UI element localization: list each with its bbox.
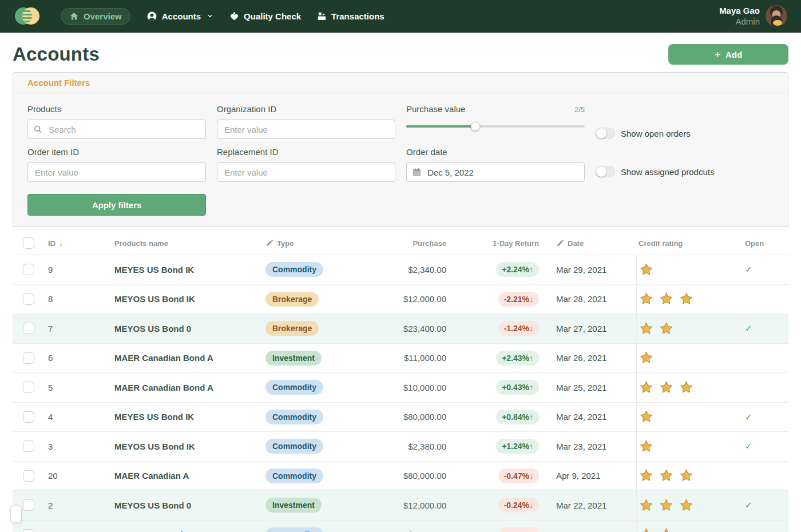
row-type-badge[interactable]: Investment: [265, 498, 322, 513]
star-icon: [639, 380, 653, 395]
row-credit-rating: [636, 403, 736, 432]
row-return-badge: +2.43%↑: [496, 351, 539, 366]
row-checkbox[interactable]: [23, 323, 34, 334]
row-type-badge[interactable]: Investment: [265, 351, 322, 366]
row-return-badge: -0.21%↓: [498, 527, 539, 532]
organization-id-input[interactable]: [217, 120, 395, 139]
table-row[interactable]: 7 MEYOS US Bond 0 Brokerage $23,400.00 -…: [13, 313, 788, 343]
filters-panel-title: Account Filters: [27, 78, 90, 88]
star-icon: [679, 292, 693, 306]
row-date[interactable]: Mar 27, 2021: [553, 324, 636, 334]
account-filters-panel: Account Filters Products Org: [13, 72, 788, 227]
row-date[interactable]: Mar 25, 2021: [553, 383, 636, 392]
row-date[interactable]: Mar 23, 2021: [553, 442, 636, 451]
home-icon: [69, 11, 79, 21]
table-row[interactable]: 5 MAER Canadian Bond A Commodity $10,000…: [13, 372, 788, 402]
row-product-name: MAER Canadian Bond A: [114, 383, 265, 392]
row-purchase: $80,000.00: [374, 471, 460, 481]
row-credit-rating: [636, 314, 736, 343]
row-purchase: $10,000.00: [374, 383, 460, 392]
row-type-badge[interactable]: Commodity: [265, 527, 323, 532]
row-checkbox[interactable]: [23, 352, 34, 364]
table-row[interactable]: 9 MEYES US Bond IK Commodity $2,340.00 +…: [13, 255, 788, 284]
row-purchase: $2,380.00: [374, 442, 460, 451]
order-date-label: Order date: [406, 147, 585, 157]
column-header-credit-rating[interactable]: Credit rating: [639, 239, 683, 248]
table-row[interactable]: 6 MAER Canadian Bond A Investment $11,00…: [13, 343, 788, 373]
show-assigned-products-toggle[interactable]: [596, 166, 615, 177]
row-product-name: MEYOS US Bond 0: [114, 501, 265, 510]
row-date[interactable]: Mar 24, 2021: [553, 412, 636, 422]
row-date[interactable]: Mar 26, 2021: [553, 353, 636, 363]
add-button[interactable]: + Add: [668, 44, 788, 65]
purchase-value-label: Purchase value: [406, 104, 465, 114]
table-header-row: ID↓ Products name Type Purchase 1-Day Re…: [13, 232, 788, 255]
row-checkbox[interactable]: [23, 470, 34, 482]
show-open-orders-toggle[interactable]: [596, 128, 615, 139]
purchase-value-slider[interactable]: [406, 122, 585, 131]
select-all-checkbox[interactable]: [23, 237, 34, 249]
row-id: 9: [48, 265, 114, 275]
row-product-name: MEYES US Bond IK: [114, 530, 265, 532]
column-header-products-name[interactable]: Products name: [114, 239, 168, 248]
row-checkbox[interactable]: [23, 293, 34, 305]
row-type-badge[interactable]: Commodity: [265, 439, 323, 454]
row-type-badge[interactable]: Commodity: [265, 410, 323, 424]
row-type-badge[interactable]: Commodity: [265, 262, 323, 277]
row-type-badge[interactable]: Commodity: [265, 469, 323, 483]
row-return-badge: -1.24%↓: [498, 321, 539, 336]
row-checkbox[interactable]: [23, 529, 34, 532]
apply-filters-button[interactable]: Apply filters: [27, 194, 206, 216]
row-credit-rating: [636, 521, 736, 532]
order-date-input[interactable]: [406, 162, 585, 182]
row-return-badge: +2.24%↑: [496, 262, 539, 277]
table-row[interactable]: 2 MEYOS US Bond 0 Investment $12,000.00 …: [13, 490, 788, 520]
row-date[interactable]: Mar 22, 2021: [553, 501, 636, 510]
nav-item-accounts[interactable]: Accounts: [146, 11, 213, 22]
column-header-1-day-return[interactable]: 1-Day Return: [493, 239, 539, 248]
avatar[interactable]: [766, 5, 787, 27]
row-date[interactable]: Mar 28, 2021: [553, 294, 636, 304]
row-date[interactable]: Apr 9, 2021: [553, 471, 636, 481]
register-icon: [317, 11, 327, 21]
row-open-check: ✓: [736, 412, 788, 422]
row-credit-rating: [636, 285, 736, 314]
user-name: Maya Gao: [719, 5, 760, 17]
column-header-purchase[interactable]: Purchase: [413, 239, 446, 248]
row-checkbox[interactable]: [23, 382, 34, 393]
row-checkbox[interactable]: [23, 264, 34, 275]
nav-item-overview[interactable]: Overview: [61, 8, 130, 25]
table-row[interactable]: 20 MAER Canadian A Commodity $80,000.00 …: [13, 461, 788, 491]
row-return-badge: -2.21%↓: [498, 292, 539, 307]
row-type-badge[interactable]: Brokerage: [265, 321, 319, 336]
row-checkbox[interactable]: [23, 499, 34, 511]
row-type-badge[interactable]: Commodity: [265, 380, 323, 395]
slider-thumb[interactable]: [471, 122, 480, 131]
row-date[interactable]: Mar 29, 2021: [553, 265, 636, 275]
table-row[interactable]: 8 MEYOS US Bond IK Brokerage $12,000.00 …: [13, 284, 788, 314]
table-row[interactable]: 3 MEYOS US Bond IK Commodity $2,380.00 +…: [13, 431, 788, 461]
order-item-id-input[interactable]: [27, 162, 206, 182]
nav-item-quality-check[interactable]: Quality Check: [229, 11, 301, 21]
table-row[interactable]: 10 MEYES US Bond IK Commodity $2,340.00 …: [13, 520, 788, 532]
column-header-date[interactable]: Date: [556, 239, 584, 248]
products-search-input[interactable]: [27, 120, 206, 139]
row-id: 10: [48, 530, 114, 532]
table-row[interactable]: 4 MEYES US Bond IK Commodity $80,000.00 …: [13, 402, 788, 432]
person-icon: [146, 11, 157, 22]
row-type-badge[interactable]: Brokerage: [265, 292, 319, 307]
column-header-open[interactable]: Open: [745, 239, 764, 248]
replacement-id-input[interactable]: [217, 162, 395, 182]
replacement-id-label: Replacement ID: [217, 147, 395, 157]
column-header-id[interactable]: ID↓: [48, 239, 63, 248]
row-credit-rating: [636, 491, 736, 520]
row-checkbox[interactable]: [23, 440, 34, 452]
star-icon: [639, 439, 653, 454]
brand-logo-icon[interactable]: [14, 5, 40, 27]
row-date[interactable]: Mar 21, 2021: [553, 530, 636, 532]
floating-handle[interactable]: [10, 506, 22, 523]
row-checkbox[interactable]: [23, 411, 34, 423]
column-header-type[interactable]: Type: [265, 239, 294, 248]
star-icon: [639, 527, 653, 532]
nav-item-transactions[interactable]: Transactions: [317, 11, 384, 21]
